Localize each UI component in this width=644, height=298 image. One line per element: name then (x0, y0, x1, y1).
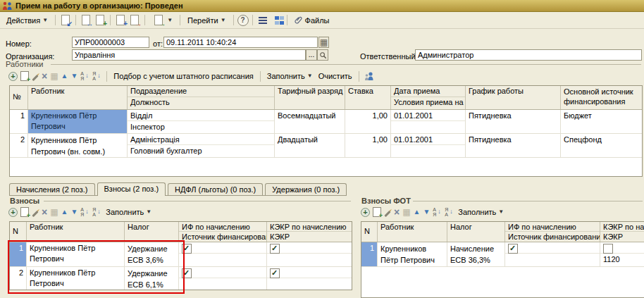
actions-menu-button[interactable]: Действия ▼ (3, 15, 51, 26)
position-value[interactable]: Головний бухгалтер (128, 145, 274, 156)
sort-desc-icon[interactable]: Я↓А (445, 207, 454, 217)
post-document-icon[interactable]: ↙ (59, 14, 72, 26)
funding-cell[interactable]: Спецфонд (561, 134, 642, 157)
checkbox[interactable] (508, 244, 518, 254)
organization-select-button[interactable]: ... (306, 49, 317, 61)
checkbox[interactable] (270, 244, 280, 254)
fill-button[interactable]: Заполнить ▼ (457, 207, 505, 217)
fill-button[interactable]: Заполнить ▼ (266, 71, 314, 81)
row-number-cell[interactable]: 1 (10, 110, 28, 133)
funding-source-value[interactable] (179, 278, 266, 290)
employee-icon[interactable] (364, 71, 375, 81)
fill-button[interactable]: Заполнить ▼ (104, 207, 153, 217)
date-field[interactable]: 09.11.2011 10:40:24 (163, 37, 318, 48)
tab-ndfl[interactable]: НДФЛ (льготы) (0 поз.) (168, 183, 263, 195)
schedule-cell[interactable]: Пятидневка (466, 134, 561, 157)
checkbox[interactable] (182, 268, 192, 278)
move-up-icon[interactable]: ▲ (414, 208, 421, 216)
row-number-cell[interactable]: 1 (10, 242, 27, 266)
number-field[interactable]: УПР00000003 (72, 37, 149, 48)
move-down-icon[interactable]: ▼ (70, 208, 78, 216)
funding-cell[interactable]: Бюджет (561, 110, 642, 133)
tax-cell[interactable]: Удержание ЕСВ 6,1% (125, 267, 179, 290)
worker-cell[interactable]: Крупенников Пётр Петрович (27, 267, 125, 290)
calendar-button[interactable]: ▦ (318, 37, 329, 48)
grid-icon[interactable]: ▦ (50, 72, 58, 81)
create-based-arrow-icon[interactable]: → (128, 14, 141, 26)
kekr-cell[interactable]: 1120 (600, 242, 644, 266)
responsible-field[interactable]: Администратор (415, 49, 642, 61)
delete-icon[interactable]: × (394, 208, 400, 217)
kekr-cell[interactable] (267, 267, 352, 290)
edit-icon[interactable] (384, 210, 390, 216)
worker-cell[interactable]: Крупенников Пётр Петрович (27, 242, 125, 266)
clear-button[interactable]: Очистить (317, 71, 354, 81)
grade-cell[interactable]: Восемнадцатый (275, 110, 345, 133)
tab-accruals[interactable]: Начисления (2 поз.) (9, 183, 95, 195)
rate-cell[interactable]: 1,00 (345, 110, 391, 133)
tab-deductions[interactable]: Удержания (0 поз.) (265, 183, 347, 195)
staff-pick-button[interactable]: Подбор с учетом штатного расписания (112, 71, 254, 81)
worker-cell[interactable]: Крупенников Пётр Петрович (28, 110, 128, 133)
row-number-cell[interactable]: 1 (361, 242, 378, 266)
repost-icon[interactable]: ↔ (80, 14, 92, 26)
sort-asc-icon[interactable]: А↓Я (80, 71, 89, 81)
help-icon[interactable]: ? (237, 15, 249, 26)
structure-icon[interactable] (271, 12, 283, 28)
funding-source-value[interactable] (179, 254, 266, 265)
copy-document-icon[interactable]: + (94, 14, 106, 26)
hire-date-value[interactable]: 01.01.2001 (391, 134, 465, 145)
row-number-cell[interactable]: 2 (10, 134, 28, 157)
department-value[interactable]: Відділ (128, 110, 274, 121)
sort-desc-icon[interactable]: Я↓А (92, 207, 101, 217)
checkbox[interactable] (182, 244, 192, 254)
sort-asc-icon[interactable]: А↓Я (80, 207, 89, 217)
list-settings-icon[interactable] (256, 14, 269, 26)
files-button[interactable]: Файлы (291, 14, 333, 26)
hire-date-cell[interactable]: 01.01.2001 (391, 110, 466, 133)
worker-cell[interactable]: Крупенников Пётр Петрович (378, 242, 447, 266)
create-based-icon[interactable]: + (114, 14, 127, 26)
hire-date-cell[interactable]: 01.01.2001 (391, 134, 466, 157)
add-icon[interactable]: + (8, 208, 18, 217)
kekr-value[interactable] (267, 278, 352, 290)
move-down-icon[interactable]: ▼ (70, 72, 78, 80)
grid-icon[interactable]: ▦ (50, 208, 58, 217)
hire-date-value[interactable]: 01.01.2001 (391, 110, 465, 121)
checkbox[interactable] (603, 244, 613, 254)
checkbox[interactable] (270, 268, 280, 278)
department-position-cell[interactable]: Адміністрація Головний бухгалтер (128, 134, 275, 157)
edit-icon[interactable] (32, 74, 38, 80)
sort-asc-icon[interactable]: А↓Я (433, 207, 442, 217)
tax-cell[interactable]: Начисление ЕСВ 36,3% (бюджет) (447, 242, 505, 266)
funding-source-value[interactable] (505, 254, 600, 265)
go-to-list-button[interactable]: → ▼ (149, 13, 176, 27)
if-accrual-cell[interactable] (179, 267, 267, 290)
go-menu-button[interactable]: Перейти ▼ (184, 15, 230, 26)
rate-cell[interactable]: 1,00 (345, 134, 391, 157)
kekr-value[interactable] (267, 254, 352, 265)
add-icon[interactable]: + (8, 72, 18, 81)
sort-desc-icon[interactable]: Я↓А (92, 71, 101, 81)
add-copy-icon[interactable]: + (20, 207, 29, 217)
organization-open-button[interactable] (317, 49, 328, 61)
add-copy-icon[interactable]: + (373, 207, 381, 217)
grade-cell[interactable]: Двадцатый (275, 134, 345, 157)
hire-terms-value[interactable] (391, 145, 465, 156)
if-accrual-cell[interactable] (505, 242, 600, 266)
edit-icon[interactable] (32, 210, 38, 216)
hire-terms-value[interactable] (391, 121, 465, 132)
organization-field[interactable]: Управління (72, 49, 306, 61)
row-number-cell[interactable]: 2 (10, 267, 27, 290)
kekr-value[interactable]: 1120 (600, 254, 644, 265)
kekr-cell[interactable] (267, 242, 352, 266)
tab-contributions[interactable]: Взносы (2 поз.) (97, 182, 166, 196)
tax-cell[interactable]: Удержание ЕСВ 3,6% (125, 242, 179, 266)
delete-icon[interactable]: × (42, 72, 47, 81)
add-icon[interactable]: + (361, 208, 370, 217)
delete-icon[interactable]: × (42, 208, 47, 217)
move-up-icon[interactable]: ▲ (61, 208, 68, 216)
move-down-icon[interactable]: ▼ (423, 208, 430, 216)
grid-icon[interactable]: ▦ (402, 208, 410, 217)
schedule-cell[interactable]: Пятидневка (466, 110, 561, 133)
